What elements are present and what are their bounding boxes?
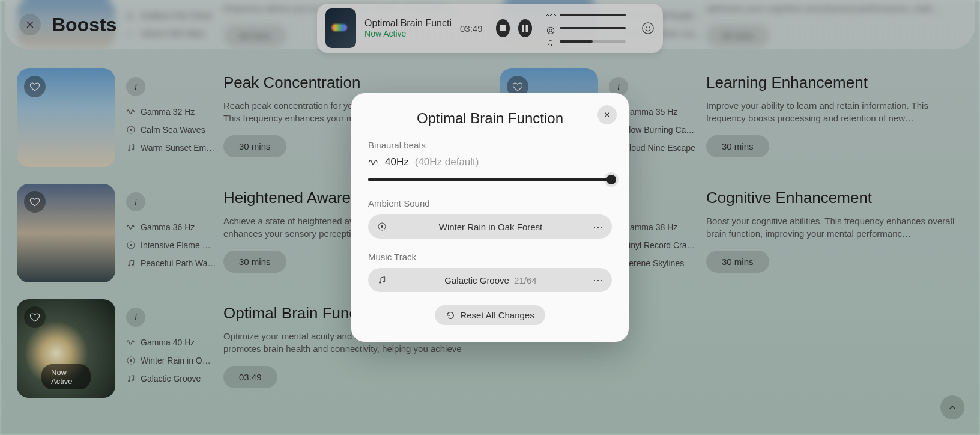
svg-point-29 (383, 281, 385, 282)
svg-point-28 (379, 281, 381, 283)
ambient-section-label: Ambient Sound (368, 198, 612, 208)
modal-title: Optimal Brain Function (368, 110, 612, 127)
close-icon (603, 111, 611, 119)
svg-point-27 (381, 225, 383, 228)
modal-overlay[interactable]: Optimal Brain Function Binaural beats 40… (0, 0, 980, 435)
modal-close-button[interactable] (597, 105, 617, 124)
wave-icon (368, 157, 379, 168)
binaural-freq-value: 40Hz (385, 156, 409, 168)
binaural-section-label: Binaural beats (368, 140, 612, 150)
more-icon[interactable]: ⋯ (593, 273, 605, 287)
more-icon[interactable]: ⋯ (593, 220, 605, 233)
binaural-slider[interactable] (368, 178, 612, 181)
music-selected: Galactic Groove 21/64 (389, 275, 593, 285)
music-section-label: Music Track (368, 252, 612, 262)
binaural-freq-default: (40Hz default) (415, 156, 479, 168)
ambient-option-row[interactable]: Winter Rain in Oak Forest ⋯ (368, 214, 612, 239)
reset-all-button[interactable]: Reset All Changes (435, 305, 545, 325)
refresh-icon (446, 311, 455, 320)
music-option-row[interactable]: Galactic Groove 21/64 ⋯ (368, 268, 612, 292)
ambient-selected: Winter Rain in Oak Forest (389, 222, 593, 232)
target-icon (375, 222, 389, 231)
modal-dialog: Optimal Brain Function Binaural beats 40… (351, 93, 629, 342)
music-icon (375, 275, 389, 285)
slider-knob[interactable] (606, 175, 616, 184)
